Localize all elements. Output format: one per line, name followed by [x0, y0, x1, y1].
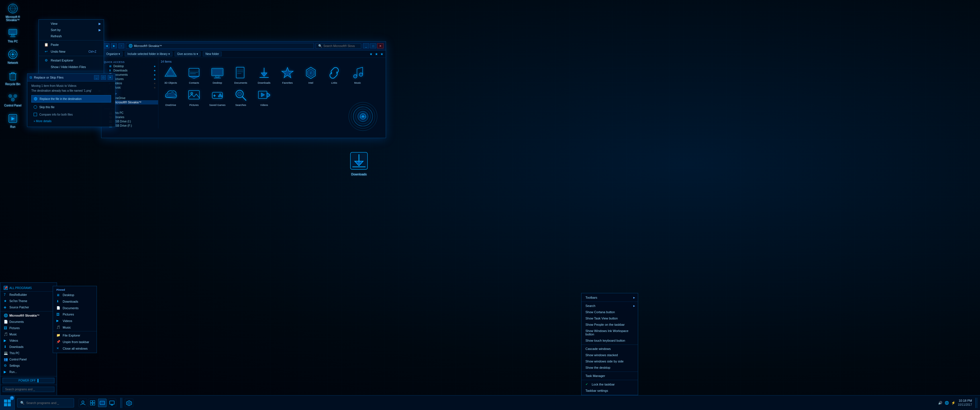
tc-show-cortana[interactable]: Show Cortana button [581, 309, 638, 315]
file-contacts[interactable]: Contacts [184, 65, 204, 84]
cm-show-hide-files[interactable]: Show / Hide Hidden Files [39, 64, 104, 70]
desktop-icon-run[interactable]: ▶ Run [3, 113, 23, 129]
explorer-restore-btn[interactable]: □ [370, 43, 376, 48]
tc-search[interactable]: Search [581, 303, 638, 309]
pinned-documents[interactable]: 📄 Documents [53, 305, 97, 311]
sm-music[interactable]: 🎵 Music [0, 331, 57, 337]
tc-cascade[interactable]: Cascade windows [581, 346, 638, 352]
sm-source-patcher[interactable]: ◈ Source Patcher [0, 304, 57, 310]
replace-radio[interactable] [34, 97, 37, 100]
explorer-minimize-btn[interactable]: _ [363, 43, 369, 48]
file-intel[interactable]: i Intel [301, 65, 321, 84]
tc-stacked[interactable]: Show windows stacked [581, 352, 638, 358]
taskbar-icon-4[interactable] [108, 399, 116, 407]
explorer-up-btn[interactable]: ↑ [119, 43, 124, 48]
sm-se7en-theme[interactable]: ★ Se7en Theme [0, 298, 57, 304]
sm-res-rebuilder[interactable]: 7 ResReBuilder [0, 292, 57, 298]
file-desktop[interactable]: Desktop [207, 65, 228, 84]
sm-videos[interactable]: ▶ Videos [0, 337, 57, 344]
star-btn-3[interactable]: ★ [380, 52, 383, 56]
sm-settings[interactable]: ⚙ Settings [0, 362, 57, 369]
downloads-desktop-icon[interactable]: Downloads [345, 151, 373, 180]
dialog-maximize-btn[interactable]: □ [101, 75, 106, 80]
pinned-unpin[interactable]: 📌 Unpin from taskbar [53, 338, 97, 345]
taskbar-search-box[interactable]: 🔍 [17, 398, 74, 407]
desktop-icon-microsoft-slovakia[interactable]: Microsoft ®Slovakia™ [3, 3, 23, 22]
tc-show-people[interactable]: Show People on the taskbar [581, 321, 638, 328]
tc-show-desktop[interactable]: Show the desktop [581, 364, 638, 371]
explorer-address-bar[interactable]: 🌐 Microsoft® Slovakia™ [126, 43, 314, 49]
tray-volume-icon[interactable]: 🔊 [938, 401, 942, 405]
file-videos[interactable]: Videos [254, 88, 274, 106]
pinned-file-explorer[interactable]: 📁 File Explorer [53, 332, 97, 338]
taskbar-icon-2[interactable] [88, 399, 97, 407]
include-btn[interactable]: Include selected folder in library ▾ [125, 51, 172, 56]
show-desktop-btn[interactable] [975, 398, 978, 408]
file-pictures[interactable]: Pictures [184, 88, 204, 106]
sm-documents[interactable]: 📄 Documents [0, 319, 57, 325]
taskbar-clock[interactable]: 10:18 PM 10/11/2017 [958, 399, 972, 407]
cm-undo-new[interactable]: ↩ Undo New Ctrl+Z [39, 48, 104, 55]
skip-radio[interactable] [33, 105, 37, 109]
star-btn-2[interactable]: ★ [375, 52, 378, 56]
tc-show-task-view[interactable]: Show Task View button [581, 315, 638, 321]
sm-downloads[interactable]: ⬇ Downloads [0, 344, 57, 350]
dialog-skip-option[interactable]: Skip this file [31, 103, 111, 110]
pinned-desktop[interactable]: 🖥 Desktop [53, 292, 97, 298]
sidebar-downloads[interactable]: ⬇ Downloads ★ [102, 68, 158, 73]
tc-side-by-side[interactable]: Show windows side by side [581, 358, 638, 364]
dialog-minimize-btn[interactable]: _ [94, 75, 99, 80]
file-links[interactable]: Links [324, 65, 344, 84]
cm-sort-by[interactable]: Sort by ▶ [39, 27, 104, 33]
file-saved-games[interactable]: Saved Games [207, 88, 228, 106]
desktop-icon-control-panel[interactable]: Control Panel [3, 91, 23, 107]
cm-paste[interactable]: 📋 Paste [39, 41, 104, 48]
sm-power-button[interactable]: POWER OFF ▐ [3, 378, 54, 383]
taskbar-app-explorer[interactable] [125, 399, 133, 407]
pinned-close-all[interactable]: ✕ Close all windows [53, 345, 97, 352]
explorer-search-box[interactable]: 🔍 [316, 43, 361, 49]
sidebar-desktop[interactable]: 🖥 Desktop ★ [102, 64, 158, 68]
cm-restart-explorer[interactable]: ⚙ Restart Explorer [39, 57, 104, 64]
desktop-icon-this-pc[interactable]: This PC [3, 27, 23, 43]
tray-network-icon[interactable]: 🌐 [945, 401, 949, 405]
desktop-icon-network[interactable]: Network [3, 49, 23, 64]
sm-search-input[interactable] [3, 387, 54, 392]
desktop-icon-recycle-bin[interactable]: Recycle Bin [3, 70, 23, 86]
tray-power-icon[interactable]: ⚡ [951, 401, 956, 405]
file-downloads[interactable]: Downloads [254, 65, 274, 84]
tc-taskbar-settings[interactable]: Taskbar settings [581, 388, 638, 394]
explorer-forward-btn[interactable]: ▶ [111, 43, 117, 48]
pinned-music[interactable]: 🎵 Music [53, 324, 97, 331]
dialog-compare-option[interactable]: Compare info for both files [31, 111, 111, 117]
dialog-close-btn[interactable]: ✕ [108, 75, 113, 80]
explorer-search-input[interactable] [323, 44, 355, 48]
pinned-pictures[interactable]: 🖼 Pictures [53, 311, 97, 318]
give-access-btn[interactable]: Give access to ▾ [175, 51, 200, 56]
organize-btn[interactable]: Organize ▾ [104, 51, 123, 56]
sidebar-ust-srs[interactable]: 💾 UST™ & SRS™ (M:) [102, 128, 158, 129]
start-button[interactable]: 7 [0, 396, 15, 410]
sm-this-pc[interactable]: 💻 This PC [0, 350, 57, 356]
tc-toolbars[interactable]: Toolbars [581, 294, 638, 301]
file-onedrive[interactable]: OneDrive [161, 88, 181, 106]
explorer-close-btn[interactable]: ✕ [377, 43, 383, 48]
new-folder-btn[interactable]: New folder [203, 51, 222, 56]
tc-show-touch[interactable]: Show touch keyboard button [581, 337, 638, 344]
sm-pictures[interactable]: 🖼 Pictures [0, 325, 57, 331]
dialog-more-details[interactable]: » More details [31, 117, 111, 124]
cm-refresh[interactable]: Refresh [39, 33, 104, 39]
sm-run[interactable]: ▶ Run... [0, 369, 57, 375]
sm-microsoft-slovakia[interactable]: 🌐 Microsoft® Slovakia™ [0, 312, 57, 319]
compare-checkbox[interactable] [33, 113, 37, 116]
file-3d-objects[interactable]: 3D Objects [161, 65, 181, 84]
taskbar-icon-3[interactable] [98, 399, 107, 407]
tc-lock-taskbar[interactable]: ✓ Lock the taskbar [581, 381, 638, 388]
cm-view[interactable]: View ▶ [39, 21, 104, 27]
pinned-downloads[interactable]: ⬇ Downloads [53, 298, 97, 305]
explorer-back-btn[interactable]: ◀ [104, 43, 110, 48]
pinned-videos[interactable]: ▶ Videos [53, 318, 97, 324]
dialog-replace-option[interactable]: Replace the file in the destination [31, 95, 111, 103]
file-searches[interactable]: Searches [231, 88, 251, 106]
file-documents[interactable]: Documents [231, 65, 251, 84]
